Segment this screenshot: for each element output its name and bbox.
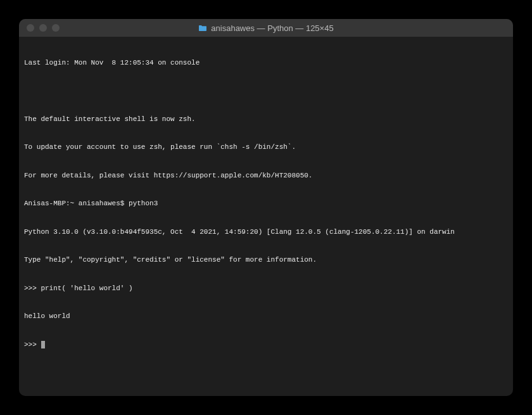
- terminal-line: Anisas-MBP:~ anisahawes$ python3: [24, 199, 508, 208]
- prompt-line: >>>: [24, 340, 508, 350]
- terminal-line: To update your account to use zsh, pleas…: [24, 143, 508, 152]
- window-title: anisahawes — Python — 125×45: [211, 23, 333, 33]
- terminal-line: >>> print( 'hello world' ): [24, 284, 508, 293]
- close-button[interactable]: [27, 24, 34, 32]
- terminal-line: Python 3.10.0 (v3.10.0:b494f5935c, Oct 4…: [24, 227, 508, 237]
- terminal-window: anisahawes — Python — 125×45 Last login:…: [19, 19, 513, 396]
- traffic-lights: [19, 24, 60, 32]
- maximize-button[interactable]: [52, 24, 60, 32]
- folder-icon: [198, 25, 207, 32]
- terminal-line: Type "help", "copyright", "credits" or "…: [24, 255, 508, 265]
- terminal-line: Last login: Mon Nov 8 12:05:34 on consol…: [24, 58, 508, 68]
- titlebar[interactable]: anisahawes — Python — 125×45: [19, 19, 513, 37]
- cursor: [41, 341, 45, 348]
- terminal-line: [24, 86, 508, 96]
- terminal-body[interactable]: Last login: Mon Nov 8 12:05:34 on consol…: [19, 37, 513, 396]
- terminal-line: hello world: [24, 312, 508, 321]
- minimize-button[interactable]: [39, 24, 47, 32]
- terminal-line: For more details, please visit https://s…: [24, 171, 508, 181]
- title-wrap: anisahawes — Python — 125×45: [19, 23, 513, 33]
- prompt: >>>: [24, 340, 41, 350]
- terminal-line: The default interactive shell is now zsh…: [24, 115, 508, 124]
